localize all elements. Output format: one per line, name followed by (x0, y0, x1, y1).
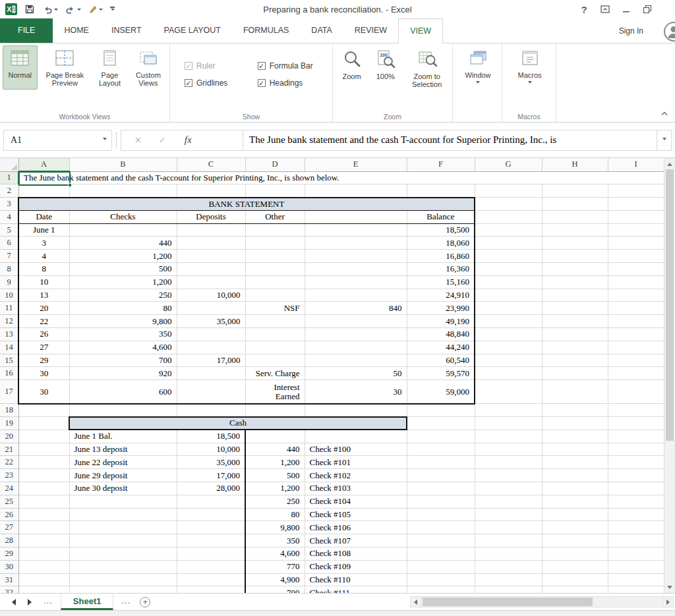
cell-C26[interactable] (177, 508, 245, 521)
cell-I16[interactable] (608, 367, 664, 380)
cell-B10[interactable]: 250 (69, 289, 177, 302)
row-header-5[interactable]: 5 (0, 223, 18, 237)
cell-D28[interactable]: 350 (245, 534, 305, 547)
cell-I5[interactable] (608, 223, 664, 237)
expand-formula-bar-button[interactable] (657, 130, 672, 151)
cell-I28[interactable] (608, 534, 664, 547)
cell-B32[interactable] (69, 586, 177, 593)
row-header-22[interactable]: 22 (0, 456, 18, 469)
cell-C6[interactable] (177, 237, 245, 250)
redo-button[interactable] (65, 5, 81, 14)
cell-H12[interactable] (542, 315, 608, 328)
cell-B29[interactable] (69, 547, 177, 561)
cell-H20[interactable] (542, 430, 608, 443)
row-header-27[interactable]: 27 (0, 521, 18, 534)
cell-D27[interactable]: 9,800 (245, 521, 305, 534)
cell-H21[interactable] (542, 443, 608, 456)
cell-A27[interactable] (18, 521, 69, 534)
cell-D15[interactable] (245, 354, 305, 367)
cell-I7[interactable] (608, 250, 664, 263)
cell-A32[interactable] (18, 586, 69, 593)
cell-B16[interactable]: 920 (69, 367, 177, 380)
cell-D29[interactable]: 4,600 (245, 547, 305, 561)
cell-C23[interactable]: 17,000 (177, 469, 245, 482)
scroll-right-button[interactable] (662, 596, 674, 607)
cell-F28[interactable] (407, 534, 475, 547)
account-avatar-icon[interactable] (662, 20, 675, 45)
cell-H16[interactable] (542, 367, 608, 380)
horizontal-scrollbar[interactable] (410, 596, 674, 607)
cell-D2[interactable] (245, 184, 305, 198)
cell-A10[interactable]: 13 (18, 289, 69, 302)
cell-H32[interactable] (542, 586, 608, 593)
cell-C7[interactable] (177, 250, 245, 263)
cell-I11[interactable] (608, 302, 664, 315)
cell-C5[interactable] (177, 223, 245, 237)
cell-F31[interactable] (407, 573, 475, 586)
cell-B19[interactable]: Cash (69, 417, 407, 430)
cell-C32[interactable] (177, 586, 245, 593)
cell-A5[interactable]: June 1 (18, 223, 69, 237)
cell-C25[interactable] (177, 495, 245, 508)
confirm-entry-button[interactable]: ✓ (142, 135, 166, 145)
row-header-10[interactable]: 10 (0, 289, 18, 302)
cell-E12[interactable] (305, 315, 407, 328)
customize-quick-access-button[interactable] (110, 7, 115, 13)
row-header-30[interactable]: 30 (0, 560, 18, 573)
cell-D13[interactable] (245, 328, 305, 341)
cell-H2[interactable] (542, 184, 608, 198)
undo-button[interactable] (42, 5, 58, 14)
cell-I14[interactable] (608, 341, 664, 354)
cell-I27[interactable] (608, 521, 664, 534)
cell-E21[interactable]: Check #100 (305, 443, 407, 456)
row-header-9[interactable]: 9 (0, 275, 18, 289)
cell-E18[interactable] (305, 404, 407, 417)
cell-G18[interactable] (475, 404, 542, 417)
cell-G9[interactable] (475, 275, 542, 289)
cell-F23[interactable] (407, 469, 475, 482)
cell-G27[interactable] (475, 521, 542, 534)
cell-I22[interactable] (608, 456, 664, 469)
zoom-to-selection-button[interactable]: Zoom to Selection (403, 45, 451, 91)
cell-E7[interactable] (305, 250, 407, 263)
row-header-31[interactable]: 31 (0, 573, 18, 586)
cell-D12[interactable] (245, 315, 305, 328)
cell-F10[interactable]: 24,910 (407, 289, 475, 302)
cell-I32[interactable] (608, 586, 664, 593)
tool-dropdown-icon[interactable] (99, 9, 103, 13)
row-header-20[interactable]: 20 (0, 430, 18, 443)
cell-E28[interactable]: Check #107 (305, 534, 407, 547)
cell-E10[interactable] (305, 289, 407, 302)
cell-C15[interactable]: 17,000 (177, 354, 245, 367)
window-menu-button[interactable]: Window (455, 45, 500, 88)
cell-C20[interactable]: 18,500 (177, 430, 245, 443)
cell-G14[interactable] (475, 341, 542, 354)
cell-A21[interactable] (18, 443, 69, 456)
cell-G25[interactable] (475, 495, 542, 508)
cell-E20[interactable] (305, 430, 407, 443)
cell-F4[interactable]: Balance (407, 210, 475, 223)
cell-H9[interactable] (542, 275, 608, 289)
cell-F32[interactable] (407, 586, 475, 593)
cell-F15[interactable]: 60,540 (407, 354, 475, 367)
cell-G22[interactable] (475, 456, 542, 469)
cell-H11[interactable] (542, 302, 608, 315)
cell-C24[interactable]: 28,000 (177, 482, 245, 495)
cell-I18[interactable] (608, 404, 664, 417)
cell-C18[interactable] (177, 404, 245, 417)
cell-B7[interactable]: 1,200 (69, 250, 177, 263)
page-layout-view-button[interactable]: Page Layout (92, 45, 127, 90)
cell-G32[interactable] (475, 586, 542, 593)
cell-I4[interactable] (608, 210, 664, 223)
cell-A3[interactable]: BANK STATEMENT (18, 198, 475, 211)
row-header-28[interactable]: 28 (0, 534, 18, 547)
name-box[interactable]: A1 (3, 130, 112, 151)
quick-access-tool-button[interactable] (88, 5, 103, 14)
cell-C12[interactable]: 35,000 (177, 315, 245, 328)
cell-H7[interactable] (542, 250, 608, 263)
cell-C21[interactable]: 10,000 (177, 443, 245, 456)
column-header-C[interactable]: C (177, 158, 245, 171)
cell-I10[interactable] (608, 289, 664, 302)
cell-H14[interactable] (542, 341, 608, 354)
row-header-11[interactable]: 11 (0, 302, 18, 315)
